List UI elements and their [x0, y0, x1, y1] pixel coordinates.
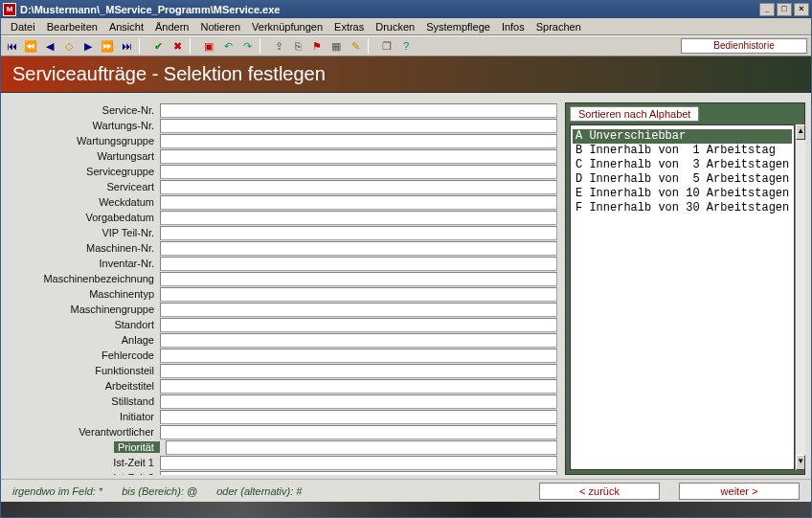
form-row: Wartungsart: [7, 148, 557, 164]
list-item[interactable]: F Innerhalb von 30 Arbeitstagen: [573, 201, 792, 215]
form-input-21[interactable]: [160, 425, 557, 439]
form-input-3[interactable]: [160, 149, 557, 164]
form-input-13[interactable]: [160, 303, 557, 317]
form-label: Weckdatum: [7, 196, 160, 208]
nav-prev-icon[interactable]: ◀: [43, 39, 56, 53]
grid-icon[interactable]: ▦: [329, 39, 343, 53]
form-row: Arbeitstitel: [7, 378, 557, 394]
nav-next-icon[interactable]: ▶: [81, 39, 95, 53]
form-input-5[interactable]: [160, 180, 557, 194]
scroll-up-icon[interactable]: ▲: [796, 124, 805, 140]
form-input-6[interactable]: [160, 195, 557, 210]
list-item[interactable]: B Innerhalb von 1 Arbeitstag: [573, 144, 792, 158]
help-icon[interactable]: ?: [399, 39, 413, 53]
form-input-11[interactable]: [160, 272, 557, 286]
form-label: Initiator: [7, 411, 160, 422]
form-input-2[interactable]: [160, 134, 557, 148]
bottom-strip: [1, 502, 811, 517]
form-input-0[interactable]: [160, 103, 557, 118]
cancel-icon[interactable]: ✖: [170, 39, 184, 53]
list-item[interactable]: D Innerhalb von 5 Arbeitstagen: [573, 172, 792, 187]
menu-ändern[interactable]: Ändern: [149, 20, 194, 34]
nav-first-icon[interactable]: ⏮: [5, 39, 18, 53]
minimize-button[interactable]: _: [759, 3, 775, 16]
form-label: Vorgabedatum: [7, 212, 160, 223]
form-input-15[interactable]: [160, 333, 557, 348]
form-input-8[interactable]: [160, 226, 557, 240]
form-input-17[interactable]: [160, 364, 557, 378]
list-item[interactable]: C Innerhalb von 3 Arbeitstagen: [573, 158, 792, 172]
form-label: Standort: [7, 319, 160, 330]
form-row: Verantwortlicher: [7, 424, 557, 439]
export-icon[interactable]: ⇪: [272, 39, 285, 53]
form-row: Ist-Zeit 2: [7, 470, 557, 475]
titlebar: M D:\Mustermann\_MService_Programm\MServ…: [1, 1, 811, 18]
form-input-10[interactable]: [160, 257, 557, 271]
form-input-7[interactable]: [160, 211, 557, 225]
window-icon[interactable]: ❐: [380, 39, 394, 53]
form-row: Initiator: [7, 409, 557, 424]
form-input-16[interactable]: [160, 349, 557, 363]
close-button[interactable]: ×: [794, 3, 809, 16]
attach-icon[interactable]: ⎘: [291, 39, 304, 53]
bedienhistorie-button[interactable]: Bedienhistorie: [681, 38, 807, 54]
note-icon[interactable]: ✎: [349, 39, 362, 53]
menu-drucken[interactable]: Drucken: [370, 20, 420, 34]
redo-icon[interactable]: ↷: [240, 39, 254, 53]
form-input-20[interactable]: [160, 410, 557, 424]
form-input-14[interactable]: [160, 318, 557, 332]
app-window: M D:\Mustermann\_MService_Programm\MServ…: [0, 0, 812, 518]
footer: irgendwo im Feld: * bis (Bereich): @ ode…: [1, 479, 811, 502]
menu-sprachen[interactable]: Sprachen: [530, 20, 587, 34]
form-row: Wartungsgruppe: [7, 133, 557, 148]
form-row: Maschinengruppe: [7, 302, 557, 317]
menu-infos[interactable]: Infos: [496, 20, 530, 34]
nav-last-icon[interactable]: ⏭: [120, 39, 133, 53]
form-label: Ist-Zeit 1: [7, 457, 160, 468]
form-input-22[interactable]: [166, 440, 557, 455]
nav-next-page-icon[interactable]: ⏩: [101, 39, 114, 53]
menu-systempflege[interactable]: Systempflege: [420, 20, 496, 34]
scroll-track[interactable]: [796, 140, 805, 455]
form-label: Ist-Zeit 2: [7, 472, 160, 475]
menu-notieren[interactable]: Notieren: [194, 20, 246, 34]
form-label: Wartungsart: [7, 150, 160, 162]
menu-extras[interactable]: Extras: [328, 20, 370, 34]
form-input-24[interactable]: [160, 471, 557, 476]
menu-ansicht[interactable]: Ansicht: [103, 20, 149, 34]
hint-wildcard: irgendwo im Feld: *: [12, 485, 102, 497]
form-input-4[interactable]: [160, 165, 557, 179]
nav-prev-page-icon[interactable]: ⏪: [24, 39, 37, 53]
form-row: Maschinenbezeichnung: [7, 271, 557, 286]
nav-pick-icon[interactable]: ◇: [62, 39, 76, 53]
form-input-18[interactable]: [160, 379, 557, 394]
sort-alphabet-button[interactable]: Sortieren nach Alphabet: [570, 106, 699, 122]
list-item[interactable]: A Unverschiebbar: [573, 129, 792, 144]
form-input-1[interactable]: [160, 119, 557, 133]
page-title: Serviceaufträge - Selektion festlegen: [12, 63, 326, 85]
form-input-9[interactable]: [160, 241, 557, 256]
scroll-down-icon[interactable]: ▼: [796, 455, 805, 470]
form-input-23[interactable]: [160, 456, 557, 470]
menu-verknüpfungen[interactable]: Verknüpfungen: [246, 20, 328, 34]
check-icon[interactable]: ✔: [151, 39, 165, 53]
menu-datei[interactable]: Datei: [5, 20, 41, 34]
form-label: Stillstand: [7, 395, 160, 407]
scrollbar[interactable]: ▲ ▼: [795, 124, 805, 470]
back-button[interactable]: < zurück: [539, 483, 660, 500]
window-buttons: _ □ ×: [759, 3, 809, 16]
undo-icon[interactable]: ↶: [221, 39, 235, 53]
list-item[interactable]: E Innerhalb von 10 Arbeitstagen: [573, 187, 792, 201]
menu-bearbeiten[interactable]: Bearbeiten: [41, 20, 103, 34]
form-row: Wartungs-Nr.: [7, 118, 557, 133]
priority-list[interactable]: A UnverschiebbarB Innerhalb von 1 Arbeit…: [570, 124, 795, 470]
form-row: Inventar-Nr.: [7, 256, 557, 271]
form-input-12[interactable]: [160, 287, 557, 302]
box-icon[interactable]: ▣: [202, 39, 215, 53]
next-button[interactable]: weiter >: [679, 483, 800, 500]
maximize-button[interactable]: □: [777, 3, 792, 16]
side-panel: Sortieren nach Alphabet A Unverschiebbar…: [565, 102, 805, 475]
form-row: Anlage: [7, 332, 557, 348]
form-input-19[interactable]: [160, 394, 557, 409]
flag-icon[interactable]: ⚑: [310, 39, 324, 53]
